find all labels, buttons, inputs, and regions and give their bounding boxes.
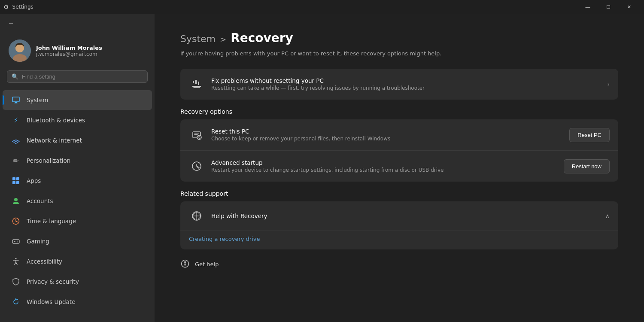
sidebar-item-gaming[interactable]: Gaming — [3, 231, 152, 251]
get-help-label: Get help — [195, 261, 219, 267]
main-content: System > Recovery If you're having probl… — [155, 14, 644, 322]
sidebar-item-accessibility[interactable]: Accessibility — [3, 252, 152, 271]
sidebar-item-accounts[interactable]: Accounts — [3, 191, 152, 211]
fix-title: Fix problems without resetting your PC — [211, 77, 600, 84]
titlebar: ⚙ Settings — ☐ ✕ — [0, 0, 644, 14]
sidebar-item-windows-update[interactable]: Windows Update — [3, 292, 152, 312]
recovery-options-card: Reset this PC Choose to keep or remove y… — [180, 119, 618, 182]
titlebar-left: ⚙ Settings — [3, 3, 33, 10]
sidebar-item-label-time: Time & language — [27, 218, 76, 225]
search-box[interactable]: 🔍 — [7, 70, 148, 83]
time-icon — [11, 216, 21, 226]
sidebar-item-bluetooth[interactable]: ⚡ Bluetooth & devices — [3, 110, 152, 130]
svg-rect-4 — [12, 97, 19, 102]
svg-point-36 — [184, 261, 186, 263]
windows-update-icon — [11, 297, 21, 307]
breadcrumb-parent: System — [180, 33, 216, 44]
svg-rect-8 — [12, 177, 15, 180]
user-email: j.w.morales@gmail.com — [36, 51, 102, 57]
svg-rect-9 — [16, 177, 19, 180]
settings-icon: ⚙ — [3, 3, 9, 10]
search-container: 🔍 — [0, 70, 155, 90]
avatar — [9, 39, 31, 62]
sidebar-item-privacy[interactable]: Privacy & security — [3, 272, 152, 292]
close-button[interactable]: ✕ — [619, 0, 639, 14]
svg-rect-10 — [12, 181, 15, 184]
accessibility-icon — [11, 257, 21, 266]
advanced-desc: Restart your device to change startup se… — [211, 167, 557, 173]
fix-problems-row[interactable]: Fix problems without resetting your PC R… — [180, 69, 618, 100]
user-info: John William Morales j.w.morales@gmail.c… — [36, 45, 102, 57]
svg-point-12 — [14, 198, 18, 201]
reset-text: Reset this PC Choose to keep or remove y… — [211, 128, 562, 142]
svg-line-24 — [15, 262, 16, 264]
advanced-text: Advanced startup Restart your device to … — [211, 159, 557, 173]
help-with-recovery-card[interactable]: Help with Recovery ∧ Creating a recovery… — [180, 201, 618, 249]
svg-line-25 — [16, 262, 17, 264]
reset-title: Reset this PC — [211, 128, 562, 135]
reset-pc-row: Reset this PC Choose to keep or remove y… — [180, 119, 618, 150]
privacy-icon — [11, 277, 21, 286]
recovery-options-heading: Recovery options — [180, 108, 618, 115]
search-icon: 🔍 — [12, 73, 18, 80]
advanced-startup-icon — [189, 158, 204, 174]
sidebar-item-label-accounts: Accounts — [27, 197, 53, 204]
chevron-up-icon: ∧ — [605, 213, 610, 219]
sidebar-item-label-privacy: Privacy & security — [27, 278, 79, 285]
fix-chevron-icon: › — [607, 81, 610, 88]
titlebar-controls: — ☐ ✕ — [578, 0, 639, 14]
svg-rect-6 — [15, 102, 17, 103]
creating-recovery-drive-link[interactable]: Creating a recovery drive — [189, 236, 260, 242]
sidebar-item-system[interactable]: System — [3, 90, 152, 110]
reset-desc: Choose to keep or remove your personal f… — [211, 136, 562, 142]
svg-point-21 — [15, 258, 17, 259]
svg-rect-5 — [14, 103, 18, 103]
maximize-button[interactable]: ☐ — [598, 0, 618, 14]
sidebar-item-time[interactable]: Time & language — [3, 211, 152, 231]
help-recovery-header[interactable]: Help with Recovery ∧ — [180, 201, 618, 231]
restart-now-button[interactable]: Restart now — [564, 159, 610, 173]
svg-rect-37 — [185, 264, 186, 266]
sidebar-item-label-network: Network & internet — [27, 137, 82, 144]
gaming-icon — [11, 237, 21, 246]
svg-rect-11 — [16, 181, 19, 184]
sidebar-item-label-apps: Apps — [27, 177, 41, 184]
sidebar-item-apps[interactable]: Apps — [3, 171, 152, 191]
personalization-icon: ✏ — [11, 156, 21, 165]
accounts-icon — [11, 196, 21, 206]
svg-point-19 — [17, 241, 18, 242]
sidebar-item-network[interactable]: Network & internet — [3, 131, 152, 150]
svg-line-15 — [16, 221, 18, 222]
user-name: John William Morales — [36, 45, 102, 51]
sidebar-item-label-accessibility: Accessibility — [27, 258, 62, 265]
system-icon — [11, 95, 21, 105]
advanced-title: Advanced startup — [211, 159, 557, 166]
svg-point-7 — [15, 143, 17, 144]
search-input[interactable] — [22, 73, 143, 80]
svg-point-20 — [17, 242, 18, 243]
advanced-startup-row: Advanced startup Restart your device to … — [180, 150, 618, 182]
sidebar-nav: System ⚡ Bluetooth & devices Network & i… — [0, 90, 155, 312]
breadcrumb-separator: > — [220, 35, 226, 44]
minimize-button[interactable]: — — [578, 0, 598, 14]
sidebar-item-label-system: System — [27, 97, 48, 103]
main-window: ← John William Morales j.w.morales@gmail… — [0, 14, 644, 322]
reset-pc-button[interactable]: Reset PC — [569, 128, 610, 142]
sidebar-item-personalization[interactable]: ✏ Personalization — [3, 151, 152, 170]
help-recovery-label: Help with Recovery — [211, 213, 267, 219]
sidebar-item-label-windows-update: Windows Update — [27, 298, 75, 305]
page-subtitle: If you're having problems with your PC o… — [180, 50, 618, 57]
reset-icon — [189, 127, 204, 143]
get-help-row[interactable]: Get help — [180, 253, 618, 270]
related-support-heading: Related support — [180, 190, 618, 197]
sidebar-item-label-gaming: Gaming — [27, 238, 49, 245]
sidebar: ← John William Morales j.w.morales@gmail… — [0, 14, 155, 322]
svg-rect-16 — [12, 240, 19, 243]
help-icon — [189, 208, 204, 224]
fix-desc: Resetting can take a while — first, try … — [211, 85, 600, 91]
fix-problems-card[interactable]: Fix problems without resetting your PC R… — [180, 69, 618, 100]
help-recovery-body: Creating a recovery drive — [180, 231, 618, 249]
back-button[interactable]: ← — [5, 17, 17, 29]
fix-text: Fix problems without resetting your PC R… — [211, 77, 600, 91]
user-profile[interactable]: John William Morales j.w.morales@gmail.c… — [0, 29, 155, 70]
